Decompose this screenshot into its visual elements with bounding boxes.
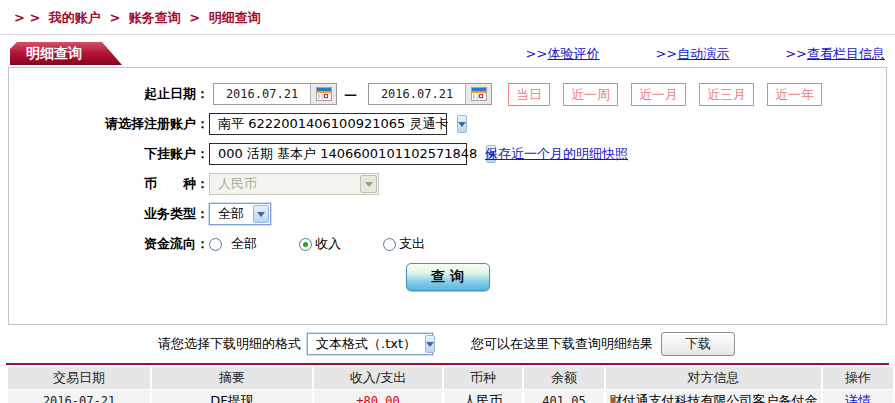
breadcrumb: > > 我的账户 > 账务查询 > 明细查询 <box>0 0 895 35</box>
radio-icon[interactable] <box>383 238 396 251</box>
chevron-down-icon[interactable] <box>457 115 467 133</box>
sub-account-row: 下挂账户： 000 活期 基本户 1406600101102571848 保存近… <box>9 142 886 166</box>
link-view-column-info[interactable]: >>查看栏目信息 <box>785 45 885 63</box>
business-type-select[interactable]: 全部 <box>209 203 271 225</box>
currency-label: 币 种： <box>9 175 209 193</box>
cell-summary: DF提现 <box>152 390 312 403</box>
cell-amount: +80.00 <box>314 390 442 403</box>
date-range-label: 起止日期： <box>9 85 209 103</box>
breadcrumb-item-account-query[interactable]: 账务查询 <box>129 10 181 25</box>
sub-account-select[interactable]: 000 活期 基本户 1406600101102571848 <box>209 143 467 165</box>
fund-flow-radios: 全部 收入 支出 <box>209 235 425 253</box>
end-date-calendar-button[interactable] <box>465 84 491 104</box>
end-date-input[interactable]: 2016.07.21 <box>368 83 492 105</box>
radio-label-income: 收入 <box>315 235 341 253</box>
chevrons-icon: >> <box>526 46 548 61</box>
radio-label-expense: 支出 <box>399 235 425 253</box>
radio-icon[interactable] <box>299 238 312 251</box>
header-counterparty: 对方信息 <box>606 367 821 389</box>
quick-button-last-year[interactable]: 近一年 <box>767 83 822 106</box>
date-range-dash: — <box>344 87 357 102</box>
query-button-row: 查 询 <box>9 263 886 291</box>
table-row: 2016-07-21 DF提现 +80.00 人民币 401.05 财付通支付科… <box>8 390 893 403</box>
chevron-down-icon <box>360 175 377 193</box>
radio-icon[interactable] <box>209 238 222 251</box>
header-trade-date: 交易日期 <box>8 367 150 389</box>
cell-trade-date: 2016-07-21 <box>8 390 150 403</box>
chevrons-icon: >> <box>655 46 677 61</box>
start-date-calendar-button[interactable] <box>310 84 336 104</box>
chevron-down-icon[interactable] <box>425 335 435 353</box>
fund-flow-row: 资金流向： 全部 收入 支出 <box>9 232 886 256</box>
header-income-expense: 收入/支出 <box>314 367 442 389</box>
radio-option-income[interactable]: 收入 <box>299 235 341 253</box>
tab-detail-query[interactable]: 明细查询 <box>10 42 122 65</box>
start-date-value[interactable]: 2016.07.21 <box>214 84 310 104</box>
download-button[interactable]: 下载 <box>661 332 735 356</box>
quick-button-today[interactable]: 当日 <box>508 83 550 106</box>
query-button[interactable]: 查 询 <box>406 263 490 291</box>
breadcrumb-item-my-account[interactable]: 我的账户 <box>49 10 101 25</box>
quick-button-last-week[interactable]: 近一周 <box>563 83 618 106</box>
register-account-row: 请选择注册账户： 南平 6222001406100921065 灵通卡 <box>9 112 886 136</box>
cell-currency: 人民币 <box>444 390 522 403</box>
header-action: 操作 <box>823 367 893 389</box>
cell-counterparty: 财付通支付科技有限公司客户备付金 <box>606 390 821 403</box>
radio-label-all: 全部 <box>231 235 257 253</box>
currency-row: 币 种： 人民币 <box>9 172 886 196</box>
radio-option-all[interactable]: 全部 <box>209 235 257 253</box>
radio-option-expense[interactable]: 支出 <box>383 235 425 253</box>
save-monthly-snapshot-link[interactable]: 保存近一个月的明细快照 <box>485 145 628 163</box>
register-account-select[interactable]: 南平 6222001406100921065 灵通卡 <box>209 113 447 135</box>
link-experience-review[interactable]: >>体验评价 <box>526 45 600 63</box>
date-range-row: 起止日期： 2016.07.21 — 2016.07.21 当日 近一周 近一月… <box>9 82 886 106</box>
calendar-icon <box>471 87 487 101</box>
end-date-value[interactable]: 2016.07.21 <box>369 84 465 104</box>
breadcrumb-prefix: > > <box>14 10 40 25</box>
sub-account-value: 000 活期 基本户 1406600101102571848 <box>210 145 485 163</box>
start-date-input[interactable]: 2016.07.21 <box>213 83 337 105</box>
download-format-select[interactable]: 文本格式（.txt） <box>307 333 433 355</box>
top-links: >>体验评价 >>自动演示 >>查看栏目信息 <box>526 45 885 63</box>
download-format-label: 请您选择下载明细的格式 <box>158 335 301 353</box>
chevrons-icon: >> <box>785 46 807 61</box>
quick-button-last-month[interactable]: 近一月 <box>631 83 686 106</box>
register-account-value: 南平 6222001406100921065 灵通卡 <box>210 115 456 133</box>
header-balance: 余额 <box>524 367 604 389</box>
header-summary: 摘要 <box>152 367 312 389</box>
fund-flow-label: 资金流向： <box>9 235 209 253</box>
calendar-icon <box>316 87 332 101</box>
business-type-row: 业务类型： 全部 <box>9 202 886 226</box>
breadcrumb-separator: > <box>189 10 200 25</box>
header-currency: 币种 <box>444 367 522 389</box>
chevron-down-icon[interactable] <box>253 205 269 223</box>
download-format-value: 文本格式（.txt） <box>308 335 424 353</box>
link-auto-demo[interactable]: >>自动演示 <box>655 45 729 63</box>
breadcrumb-separator: > <box>109 10 120 25</box>
breadcrumb-item-detail-query[interactable]: 明细查询 <box>209 10 261 25</box>
cell-balance: 401.05 <box>524 390 604 403</box>
register-account-label: 请选择注册账户： <box>9 115 209 133</box>
quick-button-last-3-months[interactable]: 近三月 <box>699 83 754 106</box>
business-type-value: 全部 <box>210 205 252 223</box>
download-hint: 您可以在这里下载查询明细结果 <box>471 335 653 353</box>
query-form-panel: 起止日期： 2016.07.21 — 2016.07.21 当日 近一周 近一月… <box>8 67 887 325</box>
table-header-row: 交易日期 摘要 收入/支出 币种 余额 对方信息 操作 <box>8 367 893 389</box>
sub-account-label: 下挂账户： <box>9 145 209 163</box>
currency-select: 人民币 <box>209 173 379 195</box>
business-type-label: 业务类型： <box>9 205 209 223</box>
detail-link[interactable]: 详情 <box>845 393 871 403</box>
download-row: 请您选择下载明细的格式 文本格式（.txt） 您可以在这里下载查询明细结果 下载 <box>0 331 895 357</box>
tab-bar: 明细查询 >>体验评价 >>自动演示 >>查看栏目信息 <box>0 42 895 65</box>
currency-value: 人民币 <box>210 175 359 193</box>
quick-range-buttons: 当日 近一周 近一月 近三月 近一年 <box>508 83 822 106</box>
results-table: 交易日期 摘要 收入/支出 币种 余额 对方信息 操作 2016-07-21 D… <box>6 363 889 403</box>
